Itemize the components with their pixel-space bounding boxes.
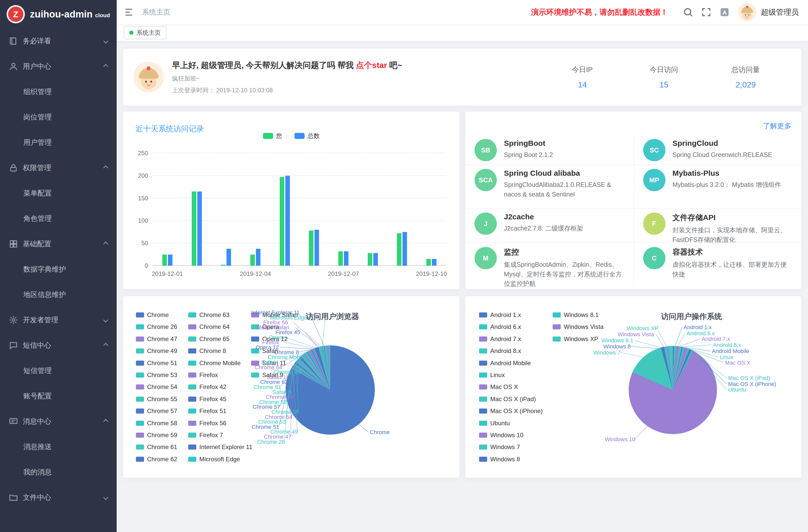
sidebar-subitem-2-0[interactable]: 菜单配置 (0, 181, 117, 206)
legend-item[interactable]: Linux (479, 371, 505, 379)
pie-os[interactable] (629, 346, 717, 434)
legend-item[interactable]: Chrome 47 (136, 335, 177, 343)
search-icon[interactable] (683, 7, 693, 18)
legend-item[interactable]: Microsoft Edge (188, 456, 240, 463)
sidebar-item-5[interactable]: 短信中心 (0, 333, 117, 358)
sidebar-item-4[interactable]: 开发者管理 (0, 307, 117, 333)
welcome-card: 早上好, 超级管理员, 今天帮别人解决问题了吗 帮我 点个star 吧~ 疯狂加… (123, 48, 802, 106)
fullscreen-icon[interactable] (701, 7, 712, 18)
legend-item[interactable]: Internet Explorer 11 (188, 443, 252, 451)
sidebar-subitem-5-0[interactable]: 短信管理 (0, 358, 117, 383)
pie-label: Android 8.x (713, 342, 741, 348)
legend-item[interactable]: Ubuntu (479, 420, 510, 427)
legend-item[interactable]: Windows XP (553, 335, 598, 343)
sidebar-item-6[interactable]: 消息中心 (0, 409, 117, 434)
legend-item[interactable]: Firefox 42 (188, 383, 226, 390)
sidebar-subitem-3-1[interactable]: 地区信息维护 (0, 282, 117, 307)
legend-item[interactable]: Mac OS X (iPhone) (479, 407, 543, 415)
legend-item[interactable]: Chrome 59 (136, 432, 177, 439)
feature-badge: SB (475, 139, 497, 161)
sidebar-subitem-1-2[interactable]: 用户管理 (0, 130, 117, 155)
sidebar-subitem-1-1[interactable]: 岗位管理 (0, 105, 117, 130)
username[interactable]: 超级管理员 (761, 7, 799, 18)
legend-item[interactable]: Windows 10 (479, 432, 524, 439)
legend-item[interactable]: Android 1.x (479, 311, 521, 318)
legend-item[interactable]: 您 (263, 132, 282, 140)
legend-swatch (188, 312, 196, 317)
sidebar-subitem-1-0[interactable]: 组织管理 (0, 79, 117, 105)
bar-group[interactable] (387, 153, 417, 266)
legend-item[interactable]: Chrome 26 (136, 323, 177, 330)
menu-fold-icon[interactable] (124, 7, 134, 17)
legend-item[interactable]: Firefox 56 (188, 420, 226, 427)
visits-chart-card: 近十天系统访问记录 您总数 0501001502002502019-12-012… (123, 111, 460, 290)
legend-item[interactable]: Mac OS X (479, 383, 518, 390)
legend-swatch (553, 336, 561, 342)
legend-swatch (188, 408, 196, 414)
bar-group[interactable]: 2019-12-07 (329, 153, 358, 266)
sidebar-item-0[interactable]: 务必详看 (0, 29, 117, 54)
legend-swatch (136, 372, 144, 378)
legend-item[interactable]: Chrome 62 (136, 456, 177, 463)
legend-item[interactable]: Firefox 7 (188, 432, 223, 439)
legend-swatch (479, 324, 487, 329)
legend-item[interactable]: Chrome 58 (136, 420, 177, 427)
sidebar-item-3[interactable]: 基础配置 (0, 231, 117, 257)
legend-item[interactable]: Chrome 49 (136, 347, 177, 354)
legend-item[interactable]: Chrome 54 (136, 383, 177, 390)
bar-group[interactable] (358, 153, 387, 266)
bar-group[interactable] (211, 153, 241, 266)
app-title-suffix: cloud (95, 12, 110, 19)
legend-swatch (263, 133, 273, 139)
user-avatar[interactable] (738, 3, 756, 21)
legend-item[interactable]: Firefox (188, 371, 218, 379)
bar-group[interactable] (299, 153, 329, 266)
legend-item[interactable]: Chrome 53 (136, 371, 177, 379)
legend-item[interactable]: Windows 7 (479, 443, 520, 451)
sidebar-subitem-5-1[interactable]: 账号配置 (0, 383, 117, 409)
chevron-down-icon (103, 317, 108, 323)
legend-item[interactable]: Firefox 51 (188, 407, 226, 415)
legend-item[interactable]: 总数 (294, 132, 320, 140)
legend-item[interactable]: Chrome 55 (136, 396, 177, 403)
bar-group[interactable] (270, 153, 299, 266)
legend-item[interactable]: Mac OS X (iPad) (479, 396, 536, 403)
tab-home[interactable]: 系统主页 (124, 26, 166, 39)
legend-item[interactable]: Chrome 8 (188, 347, 226, 354)
legend-item[interactable]: Firefox 45 (188, 396, 226, 403)
legend-item[interactable]: Android 7.x (479, 335, 521, 343)
legend-item[interactable]: Android 6.x (479, 323, 521, 330)
breadcrumb[interactable]: 系统主页 (142, 7, 170, 17)
legend-item[interactable]: Android Mobile (479, 360, 531, 367)
learn-more-link[interactable]: 了解更多 (763, 121, 791, 131)
legend-item[interactable]: Chrome 57 (136, 407, 177, 415)
legend-item[interactable]: Chrome 63 (188, 311, 229, 318)
sidebar-item-2[interactable]: 权限管理 (0, 155, 117, 181)
font-size-icon[interactable]: A (719, 7, 730, 18)
bar-group[interactable]: 2019-12-10 (417, 153, 446, 266)
sidebar-item-1[interactable]: 用户中心 (0, 54, 117, 79)
bar-group[interactable] (182, 153, 212, 266)
legend-item[interactable]: Windows 8.1 (553, 311, 599, 318)
sidebar-subitem-6-0[interactable]: 消息推送 (0, 434, 117, 459)
bar-group[interactable]: 2019-12-01 (153, 153, 182, 266)
legend-item[interactable]: Chrome 65 (188, 335, 229, 343)
legend-item[interactable]: Windows Vista (553, 323, 604, 330)
app-logo[interactable]: Z zuihou-admin cloud (0, 0, 117, 29)
legend-item[interactable]: Chrome (136, 311, 169, 318)
legend-label: Chrome (147, 311, 169, 318)
star-link[interactable]: 点个star (356, 61, 387, 70)
legend-item[interactable]: Chrome 61 (136, 443, 177, 451)
legend-item[interactable]: Windows 8 (479, 456, 520, 463)
legend-item[interactable]: Chrome 64 (188, 323, 229, 330)
legend-item[interactable]: Chrome 51 (136, 360, 177, 367)
sidebar-subitem-6-1[interactable]: 我的消息 (0, 459, 117, 485)
sidebar-item-7[interactable]: 文件中心 (0, 485, 117, 510)
sidebar-subitem-2-1[interactable]: 角色管理 (0, 206, 117, 231)
bar-您 (338, 251, 343, 266)
legend-item[interactable]: Chrome Mobile (188, 360, 241, 367)
legend-item[interactable]: Android 8.x (479, 347, 521, 354)
feature-item: SCASpring Cloud alibabaSpringCloudAlibab… (465, 164, 633, 208)
sidebar-subitem-3-0[interactable]: 数据字典维护 (0, 257, 117, 282)
bar-group[interactable]: 2019-12-04 (241, 153, 270, 266)
